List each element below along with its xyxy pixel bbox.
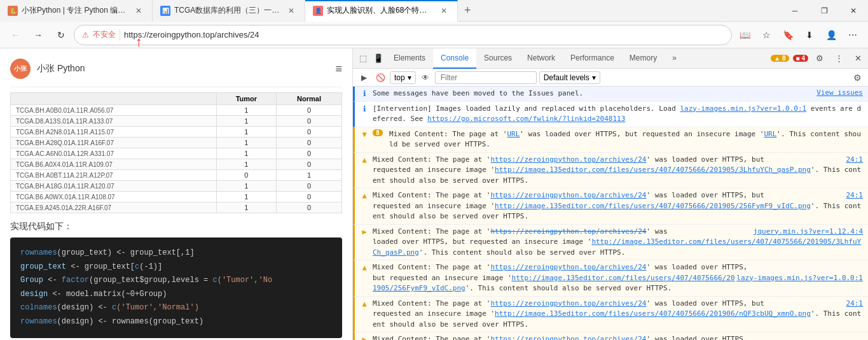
reload-button[interactable]: ↻ [51,25,71,45]
table-row: TCGA.D8.A13S.01A.11R.A133.0710 [11,116,342,127]
table-cell-id: TCGA.D8.A13S.01A.11R.A133.07 [11,116,217,127]
console-msg-warning-6: ▶ Mixed Content: The page at 'https://ze… [353,332,868,340]
devtools-panel: ⬚ 📱 Elements Console Sources Network Per… [353,48,868,340]
execute-button[interactable]: ▶ [357,71,371,85]
devtools-close-icon[interactable]: ✕ [850,51,865,66]
table-cell-normal: 0 [277,138,342,148]
back-button[interactable]: ← [5,25,25,45]
warning-5-page-link[interactable]: https://zeroingpython.top/archives/24 [490,299,646,308]
warning-5-text: Mixed Content: The page at 'https://zero… [373,299,863,330]
tab-console[interactable]: Console [433,48,476,69]
warning-4-page-link[interactable]: https://zeroingpython.top/archives/24 [490,263,646,271]
warning-4-img-link[interactable]: http://image.135editor.com/files/users/4… [373,274,735,293]
menu-icon[interactable]: ≡ [335,62,342,76]
warning-2-img-link[interactable]: http://image.135editor.com/files/users/4… [495,202,811,210]
table-cell-tumor: 1 [216,192,276,202]
tab-3-title: 实现人脸识别、人脸68个特征点... [327,5,434,16]
close-button[interactable]: ✕ [839,0,868,22]
tab-2-close[interactable]: ✕ [286,5,297,17]
tab-memory[interactable]: Memory [622,48,665,69]
table-cell-normal: 0 [277,127,342,138]
tab-sources[interactable]: Sources [476,48,520,69]
warning-icon-6: ▶ [360,335,369,340]
default-levels-selector[interactable]: Default levels ▾ [539,71,600,84]
warning-3-page-link[interactable]: https://zeroingpython.top/archives/24 [490,227,646,236]
tab-network[interactable]: Network [520,48,563,69]
table-cell-id: TCGA.BH.A28Q.01A.11R.A16F.07 [11,138,217,148]
console-output: ℹ Some messages have been moved to the I… [353,87,868,340]
collections-button[interactable]: 🔖 [778,25,798,45]
table-cell-normal: 0 [277,202,342,213]
code-line: rownames(design) <- rownames(group_text) [20,315,332,329]
table-cell-id: TCGA.B6.A0WX.01A.11R.A108.07 [11,192,217,202]
devtools-tabs: ⬚ 📱 Elements Console Sources Network Per… [353,48,868,69]
devtools-device-icon[interactable]: 📱 [371,51,386,66]
table-cell-id: TCGA.BH.A18G.01A.11R.A120.07 [11,181,217,192]
table-cell-id: TCGA.AC.A6N0.01A.12R.A331.07 [11,148,217,159]
eye-button[interactable]: 👁 [418,71,432,85]
intervention-info-icon: ℹ [360,104,369,113]
tab-3-close[interactable]: ✕ [438,5,450,17]
warning-3-text: Mixed Content: The page at 'https://zero… [373,227,863,259]
context-selector[interactable]: top ▾ [390,71,416,84]
view-issues-link[interactable]: View issues [816,89,863,97]
warning-5-line-ref[interactable]: 24:1 [846,299,864,309]
table-cell-id: TCGA.BH.A0B0.01A.11R.A056.07 [11,105,217,116]
warning-3-line-ref[interactable]: jquery.min.js?ver=1.12.4:4 [754,227,863,237]
read-mode-button[interactable]: 📖 [734,25,755,45]
url-input[interactable] [124,30,724,39]
warning-2-page-link[interactable]: https://zeroingpython.top/archives/24 [490,191,646,199]
nav-actions: 📖 ☆ 🔖 ⬇ 👤 ⋯ [734,25,863,45]
table-cell-tumor: 1 [216,116,276,127]
warning-5-img-link[interactable]: http://image.135editor.com/files/users/4… [495,309,811,318]
minimize-button[interactable]: ─ [780,0,809,22]
console-msg-warning-3: ▶ Mixed Content: The page at 'https://ze… [353,225,868,261]
tab-elements[interactable]: Elements [386,48,433,69]
table-cell-normal: 1 [277,170,342,181]
table-cell-normal: 0 [277,116,342,127]
address-bar[interactable]: ⚠ 不安全 [74,25,732,45]
settings-icon[interactable]: ⚙ [812,51,827,66]
warning-1-img-link[interactable]: http://image.135editor.com/files/users/4… [495,166,811,174]
tab-1[interactable]: 🐍 小张Python | 专注 Python 编程！ ✕ [0,0,153,22]
downloads-button[interactable]: ⬇ [799,25,820,45]
warning-4-line-ref[interactable]: lazy-images.min.js?ver=1.0.0:1 [736,273,863,284]
insecure-lock-icon: ⚠ [82,31,89,39]
table-cell-tumor: 1 [216,159,276,170]
warning-1-line-ref[interactable]: 24:1 [846,155,864,166]
warning-1-page-link[interactable]: https://zeroingpython.top/archives/24 [490,155,646,164]
favorite-button[interactable]: ☆ [756,25,776,45]
more-button[interactable]: ⋯ [843,25,863,45]
tab-1-close[interactable]: ✕ [133,5,144,17]
warning-4-text: Mixed Content: The page at 'https://zero… [373,262,863,294]
site-header: 小张 小张 Python ≡ [10,53,342,87]
devtools-inspect-icon[interactable]: ⬚ [355,51,371,66]
warning-icon-2: ▲ [360,191,369,200]
tab-performance[interactable]: Performance [563,48,622,69]
customize-icon[interactable]: ⋮ [831,51,846,66]
filter-input[interactable] [435,71,537,84]
tab-3[interactable]: 👤 实现人脸识别、人脸68个特征点... ✕ [305,0,458,22]
block-button[interactable]: 🚫 [373,71,387,85]
info-icon: ℹ [360,89,369,98]
tab-more[interactable]: » [665,48,684,69]
lazy-images-link-1[interactable]: lazy-images.min.js?ver=1.0.0:1 [680,104,806,113]
tab-2[interactable]: 📊 TCGA数据库的利用（三）一做差... ✕ [153,0,305,22]
new-tab-button[interactable]: + [458,4,478,17]
table-cell-tumor: 0 [216,170,276,181]
group-img-link[interactable]: URL [764,130,776,138]
console-settings-gear[interactable]: ⚙ [850,71,864,85]
warning-2-line-ref[interactable]: 24:1 [846,190,864,201]
profile-button[interactable]: 👤 [821,25,841,45]
warning-icon-5: ▲ [360,299,369,308]
group-url-link[interactable]: URL [507,130,520,138]
console-msg-warning-1: ▲ Mixed Content: The page at 'https://ze… [353,153,868,189]
group-text: Mixed Content: The page at 'URL' was loa… [389,129,863,150]
ms-link[interactable]: https://go.microsoft.com/fwlink/?linkid=… [427,115,625,123]
table-cell-id: TCGA.BH.A2N8.01A.11R.A115.07 [11,127,217,138]
table-cell-normal: 0 [277,159,342,170]
warning-3-img-link[interactable]: http://image.135editor.com/files/users/4… [373,237,861,257]
forward-button[interactable]: → [28,25,48,45]
restore-button[interactable]: ❐ [809,0,839,22]
warning-6-page-link[interactable]: https://zeroingpython.top/archives/24 [490,335,646,340]
